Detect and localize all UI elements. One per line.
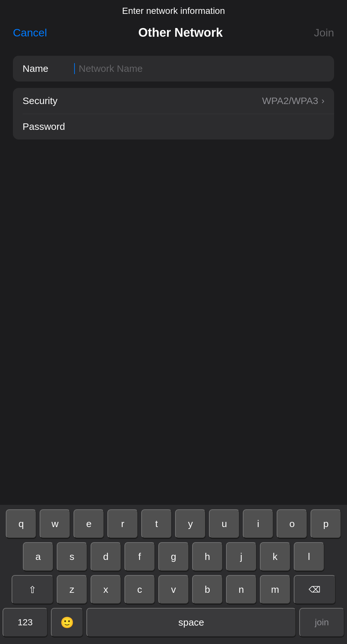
name-row: Name xyxy=(13,56,334,82)
key-s[interactable]: s xyxy=(57,542,87,571)
page-title: Other Network xyxy=(138,26,223,40)
key-n[interactable]: n xyxy=(226,575,257,604)
cancel-button[interactable]: Cancel xyxy=(13,26,47,39)
key-i[interactable]: i xyxy=(243,509,273,538)
name-label: Name xyxy=(23,63,74,74)
key-t[interactable]: t xyxy=(141,509,172,538)
key-e[interactable]: e xyxy=(74,509,104,538)
key-f[interactable]: f xyxy=(124,542,155,571)
name-section: Name xyxy=(13,56,334,82)
key-c[interactable]: c xyxy=(124,575,155,604)
security-value-text: WPA2/WPA3 xyxy=(262,95,318,106)
chevron-right-icon: › xyxy=(322,96,324,106)
key-y[interactable]: y xyxy=(175,509,206,538)
cursor-indicator xyxy=(74,63,75,74)
key-a[interactable]: a xyxy=(23,542,54,571)
key-b[interactable]: b xyxy=(192,575,223,604)
key-q[interactable]: q xyxy=(6,509,36,538)
backspace-key[interactable]: ⌫ xyxy=(294,575,336,604)
key-j[interactable]: j xyxy=(226,542,257,571)
security-section: Security WPA2/WPA3 › Password xyxy=(13,88,334,139)
keyboard-row-4: 123 🙂 space join xyxy=(3,608,344,637)
key-o[interactable]: o xyxy=(277,509,307,538)
empty-space xyxy=(0,146,347,301)
key-m[interactable]: m xyxy=(260,575,291,604)
key-u[interactable]: u xyxy=(209,509,240,538)
keyboard-row-3: ⇧ z x c v b n m ⌫ xyxy=(3,575,344,604)
security-value-container: WPA2/WPA3 › xyxy=(74,95,324,106)
key-l[interactable]: l xyxy=(294,542,324,571)
network-name-input[interactable] xyxy=(75,63,324,74)
security-row[interactable]: Security WPA2/WPA3 › xyxy=(13,88,334,114)
nav-bar: Cancel Other Network Join xyxy=(0,19,347,49)
password-label: Password xyxy=(23,121,74,132)
key-d[interactable]: d xyxy=(91,542,121,571)
shift-key[interactable]: ⇧ xyxy=(12,575,54,604)
keyboard: q w e r t y u i o p a s d f g h j k l ⇧ … xyxy=(0,505,347,644)
keyboard-row-1: q w e r t y u i o p xyxy=(3,509,344,538)
key-x[interactable]: x xyxy=(91,575,121,604)
key-k[interactable]: k xyxy=(260,542,291,571)
space-key[interactable]: space xyxy=(86,608,296,637)
key-z[interactable]: z xyxy=(57,575,87,604)
key-g[interactable]: g xyxy=(158,542,189,571)
key-w[interactable]: w xyxy=(40,509,70,538)
key-h[interactable]: h xyxy=(192,542,223,571)
security-label: Security xyxy=(23,95,74,106)
key-p[interactable]: p xyxy=(311,509,341,538)
keyboard-join-key[interactable]: join xyxy=(299,608,344,637)
shift-icon: ⇧ xyxy=(28,584,36,595)
key-v[interactable]: v xyxy=(158,575,189,604)
key-r[interactable]: r xyxy=(107,509,138,538)
numbers-key[interactable]: 123 xyxy=(3,608,48,637)
keyboard-row-2: a s d f g h j k l xyxy=(3,542,344,571)
join-button[interactable]: Join xyxy=(314,26,334,39)
page-subtitle: Enter network information xyxy=(0,0,347,19)
emoji-key[interactable]: 🙂 xyxy=(51,608,83,637)
password-row[interactable]: Password xyxy=(13,114,334,139)
backspace-icon: ⌫ xyxy=(309,585,321,595)
